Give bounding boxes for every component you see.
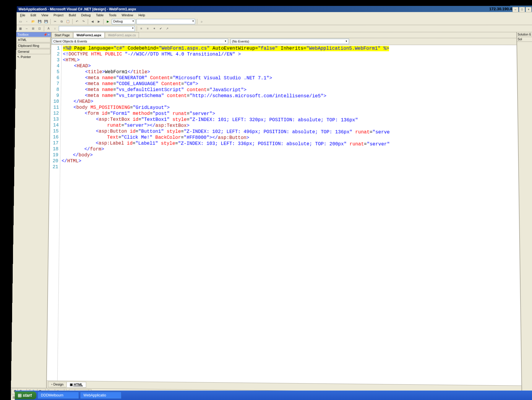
- taskbar-task-2[interactable]: WebApplicatio: [80, 392, 121, 399]
- tool-icon[interactable]: ✶: [152, 26, 157, 31]
- toolbox-pointer[interactable]: ↖ Pointer: [16, 55, 51, 60]
- code-line[interactable]: <!DOCTYPE HTML PUBLIC "-//W3C//DTD HTML …: [63, 51, 516, 58]
- menu-file[interactable]: File: [18, 13, 28, 17]
- windows-taskbar: start DDDMelbourn WebApplicatio: [15, 391, 532, 400]
- save-all-icon[interactable]: 💾: [43, 19, 49, 24]
- window-title: WebApplication5 - Microsoft Visual C# .N…: [18, 7, 136, 11]
- code-line[interactable]: <meta name="CODE_LANGUAGE" Content="C#">: [62, 81, 516, 88]
- code-line[interactable]: <meta name="vs_targetSchema" content="ht…: [62, 93, 516, 99]
- find-icon[interactable]: ⌕: [199, 19, 204, 24]
- tab-webform-cs[interactable]: WebForm1.aspx.cs: [105, 32, 139, 38]
- separator: [88, 19, 88, 24]
- code-line[interactable]: <title>WebForm1</title>: [63, 69, 516, 76]
- line-number: 19: [53, 152, 58, 158]
- minimize-button[interactable]: –: [512, 7, 519, 12]
- paste-icon[interactable]: 📋: [65, 19, 71, 24]
- line-number: 20: [53, 158, 58, 164]
- redo-icon[interactable]: ↷: [81, 19, 86, 24]
- pin-icon[interactable]: 📌 ×: [43, 33, 50, 36]
- tool-icon[interactable]: ≡: [145, 26, 150, 31]
- window-controls: – □ ×: [512, 7, 532, 12]
- menu-build[interactable]: Build: [66, 13, 78, 17]
- pointer-icon: ↖: [17, 55, 20, 59]
- tool-icon[interactable]: ✔: [158, 26, 163, 31]
- separator: [197, 19, 197, 24]
- menu-tools[interactable]: Tools: [106, 13, 119, 17]
- style-combo[interactable]: [59, 26, 135, 31]
- toolbox-empty: [11, 60, 51, 388]
- cut-icon[interactable]: ✂: [52, 19, 58, 24]
- tab-start-page[interactable]: Start Page: [51, 32, 73, 38]
- maximize-button[interactable]: □: [519, 7, 525, 12]
- code-editor[interactable]: 123456789101112131415161718192021 <%@ Pa…: [47, 45, 521, 386]
- nav-fwd-icon[interactable]: ▶: [96, 19, 102, 24]
- open-icon[interactable]: 📂: [30, 19, 36, 24]
- copy-icon[interactable]: ⧉: [59, 19, 64, 24]
- title-bar[interactable]: WebApplication5 - Microsoft Visual C# .N…: [17, 6, 532, 12]
- solution-explorer-label: Solution E: [517, 32, 532, 37]
- main-area: Toolbox 📌 × HTML Clipboard Ring General …: [11, 32, 532, 393]
- line-number: 11: [53, 105, 59, 110]
- toolbox-section-general[interactable]: General: [16, 49, 50, 54]
- tool-icon[interactable]: ⊡: [37, 26, 42, 31]
- platform-combo[interactable]: [136, 19, 195, 24]
- add-item-icon[interactable]: ▫: [24, 19, 29, 24]
- view-tab-design[interactable]: ▫ Design: [48, 381, 67, 387]
- line-number: 1: [54, 45, 60, 51]
- taskbar-task-1[interactable]: DDDMelbourn: [38, 392, 79, 399]
- line-number: 4: [54, 63, 59, 69]
- nav-back-icon[interactable]: ◀: [90, 19, 95, 24]
- pointer-label: Pointer: [21, 55, 31, 59]
- tool-icon[interactable]: ↔: [24, 26, 29, 31]
- client-objects-combo[interactable]: Client Objects & Events: [52, 39, 228, 44]
- start-button[interactable]: start: [15, 391, 36, 399]
- menu-help[interactable]: Help: [136, 13, 147, 17]
- sol-label: Sol: [517, 37, 532, 42]
- line-number: 2: [54, 51, 60, 57]
- line-number: 21: [53, 164, 58, 170]
- tool-icon[interactable]: A: [46, 26, 51, 31]
- line-number: 16: [53, 134, 59, 140]
- config-combo[interactable]: Debug: [112, 19, 135, 24]
- tool-icon[interactable]: ≡: [139, 26, 144, 31]
- code-line[interactable]: <%@ Page language="c#" Codebehind="WebFo…: [63, 45, 515, 52]
- toolbox-section-clipboard[interactable]: Clipboard Ring: [17, 43, 51, 48]
- line-number: 6: [54, 75, 59, 81]
- code-line[interactable]: <HEAD>: [63, 63, 516, 70]
- tab-webform-aspx[interactable]: WebForm1.aspx: [73, 32, 105, 38]
- menu-table[interactable]: Table: [93, 13, 106, 17]
- toolbox-header[interactable]: Toolbox 📌 ×: [16, 32, 51, 37]
- new-project-icon[interactable]: ▭: [18, 19, 23, 24]
- view-tab-html[interactable]: ▣ HTML: [66, 382, 86, 388]
- tool-icon[interactable]: ▦: [17, 26, 23, 31]
- separator: [44, 26, 44, 31]
- menu-project[interactable]: Project: [51, 13, 66, 17]
- save-icon[interactable]: 💾: [37, 19, 42, 24]
- tool-icon[interactable]: ↕: [52, 26, 58, 31]
- events-combo[interactable]: (No Events): [231, 39, 349, 44]
- menu-window[interactable]: Window: [119, 13, 136, 17]
- line-number: 9: [53, 93, 59, 99]
- undo-icon[interactable]: ↶: [74, 19, 80, 24]
- menu-view[interactable]: View: [39, 13, 51, 17]
- close-button[interactable]: ×: [525, 7, 532, 12]
- tool-icon[interactable]: ⊞: [30, 26, 36, 31]
- tool-icon[interactable]: ↗: [165, 26, 170, 31]
- line-number: 14: [53, 122, 59, 128]
- separator: [72, 19, 72, 24]
- menu-edit[interactable]: Edit: [28, 13, 38, 17]
- separator: [103, 19, 103, 24]
- toolbox-title: Toolbox: [17, 33, 29, 36]
- line-number: 17: [53, 140, 59, 146]
- menu-debug[interactable]: Debug: [79, 13, 93, 17]
- code-line[interactable]: <meta name="GENERATOR" Content="Microsof…: [63, 75, 516, 82]
- code-content[interactable]: <%@ Page language="c#" Codebehind="WebFo…: [58, 45, 521, 386]
- toolbox-section-html[interactable]: HTML: [17, 37, 51, 43]
- line-number: 3: [54, 57, 59, 63]
- code-line[interactable]: <HTML>: [63, 57, 515, 64]
- line-number: 10: [53, 99, 59, 105]
- start-debug-icon[interactable]: ▶: [105, 19, 111, 24]
- menu-bar: File Edit View Project Build Debug Table…: [17, 12, 532, 18]
- line-number: 8: [53, 87, 59, 93]
- line-number: 12: [53, 110, 59, 116]
